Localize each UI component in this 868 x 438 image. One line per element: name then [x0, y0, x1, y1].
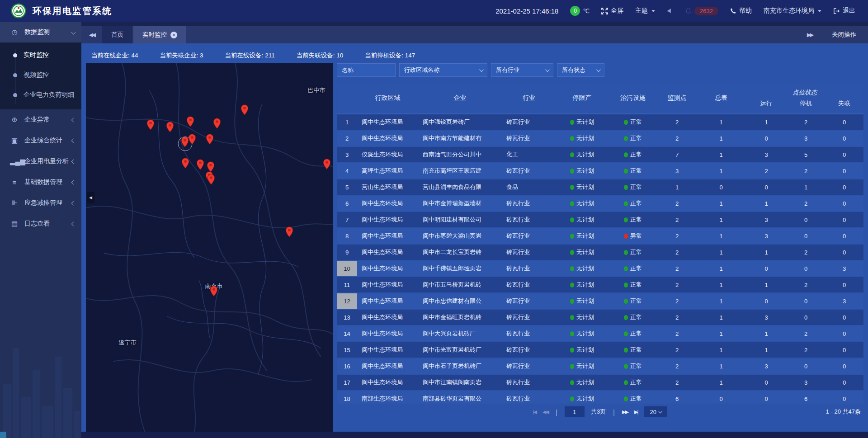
cell-facility: 正常 — [608, 375, 658, 390]
table-row[interactable]: 12 阆中生态环境局 阆中市忠信建材有限公 砖瓦行业 无计划 正常 2 1 0 … — [337, 293, 863, 309]
tab-home[interactable]: 首页 — [102, 26, 132, 43]
sidebar-item-enterprise-abnormal[interactable]: ⊕ 企业异常 — [0, 109, 81, 130]
chevron-left-icon — [71, 138, 76, 143]
cell-facility: 正常 — [608, 326, 658, 341]
fullscreen-button[interactable]: 全屏 — [601, 7, 623, 15]
table-row[interactable]: 8 阆中生态环境局 阆中市枣碧大梁山页岩 砖瓦行业 无计划 异常 2 1 3 0… — [337, 228, 863, 244]
last-page-button[interactable]: ▶| — [634, 409, 637, 415]
table-row[interactable]: 9 阆中生态环境局 阆中市二龙长宝页岩砖 砖瓦行业 无计划 正常 2 1 1 2… — [337, 245, 863, 260]
close-operations-button[interactable]: 关闭操作 — [832, 31, 856, 39]
table-row[interactable]: 3 仪陇生态环境局 西南油气田分公司川中 化工 无计划 正常 7 1 3 5 0 — [337, 147, 863, 162]
region-select[interactable]: 行政区域名称 — [399, 63, 487, 77]
cell-limit: 无计划 — [556, 391, 608, 404]
theme-dropdown[interactable]: 主题 — [635, 7, 655, 15]
facility-status-dot — [624, 234, 628, 239]
sidebar-item-emergency-reduction[interactable]: ⊪ 应急减排管理 — [0, 193, 81, 213]
row-index: 7 — [337, 212, 357, 227]
map-pin[interactable] — [147, 119, 155, 132]
tab-close-icon[interactable]: × — [170, 32, 177, 38]
panel-collapse-handle[interactable]: ◀ — [87, 192, 94, 203]
cell-company: 阆中市二龙长宝页岩砖 — [418, 245, 502, 260]
map-pin[interactable] — [166, 122, 174, 134]
table-row[interactable]: 18 南部生态环境局 南部县砖华页岩有限公 砖瓦行业 无计划 正常 6 0 0 … — [337, 391, 863, 404]
row-index: 5 — [337, 179, 357, 195]
table-row[interactable]: 16 阆中生态环境局 阆中市石子页岩机砖厂 砖瓦行业 无计划 正常 2 1 3 … — [337, 358, 863, 374]
table-row[interactable]: 17 阆中生态环境局 阆中市江南镇阆南页岩 砖瓦行业 无计划 正常 2 1 0 … — [337, 375, 863, 390]
facility-status-dot — [624, 136, 628, 141]
map-canvas[interactable]: 巴中市 南充市 遂宁市 ◀ — [86, 63, 333, 432]
cell-lost: 0 — [825, 212, 863, 227]
cell-meters: 1 — [696, 310, 746, 325]
map-pin[interactable] — [182, 158, 189, 170]
table-row[interactable]: 7 阆中生态环境局 阆中明阳建材有限公司 砖瓦行业 无计划 正常 2 1 3 0… — [337, 212, 863, 227]
map-pin[interactable] — [323, 159, 331, 171]
page-title: 环保用电监管系统 — [33, 5, 112, 17]
cell-meters: 1 — [696, 342, 746, 358]
next-page-button[interactable]: ▶▶ — [622, 409, 628, 415]
cell-limit: 无计划 — [556, 293, 608, 309]
table-row[interactable]: 6 阆中生态环境局 阆中市金博瑞新型墙材 砖瓦行业 无计划 正常 2 1 1 2… — [337, 196, 863, 211]
map-pin[interactable] — [210, 286, 218, 298]
sidebar-item-realtime-monitor[interactable]: 实时监控 — [0, 45, 81, 65]
sidebar-item-data-monitor[interactable]: ◷ 数据监测 — [0, 22, 81, 42]
map-pin[interactable] — [208, 174, 215, 187]
map-pin[interactable] — [197, 159, 204, 172]
tabs-scroll-left-button[interactable]: ◀◀ — [81, 26, 102, 43]
sidebar-item-log-view[interactable]: ▤ 日志查看 — [0, 213, 81, 234]
map-pin[interactable] — [181, 137, 189, 149]
cell-limit: 无计划 — [556, 114, 608, 130]
facility-status-dot — [624, 266, 628, 271]
map-pin[interactable] — [206, 134, 214, 146]
table-row[interactable]: 15 阆中生态环境局 阆中市光富页岩机砖厂 砖瓦行业 无计划 正常 2 1 1 … — [337, 342, 863, 358]
tab-realtime-monitor[interactable]: 实时监控 × — [133, 26, 186, 43]
status-select[interactable]: 所有状态 — [557, 63, 604, 77]
map-pin[interactable] — [189, 134, 196, 146]
cell-stop: 2 — [787, 114, 825, 130]
page-number-input[interactable]: 1 — [565, 406, 585, 417]
speaker-muted-icon[interactable] — [667, 8, 673, 14]
row-index: 3 — [337, 147, 357, 162]
exit-button[interactable]: 退出 — [833, 7, 855, 15]
cell-meters: 1 — [696, 114, 746, 130]
pagination-bar: |◀ ◀◀ | 1 共3页 | ▶▶ ▶| 20 1 - 20 共47条 — [337, 404, 863, 420]
table-row[interactable]: 5 营山生态环境局 营山县润丰肉食品有限 食品 无计划 正常 1 0 0 1 0 — [337, 179, 863, 195]
chevron-left-icon — [71, 180, 76, 184]
name-search-input[interactable] — [337, 63, 396, 77]
org-user-dropdown[interactable]: 南充市生态环境局 — [764, 7, 821, 15]
facility-status-dot — [624, 250, 628, 255]
map-pin[interactable] — [241, 104, 249, 117]
table-row[interactable]: 4 高坪生态环境局 南充市高坪区王家店建 砖瓦行业 无计划 正常 3 1 2 2… — [337, 163, 863, 179]
help-button[interactable]: 帮助 — [730, 7, 752, 15]
cell-company: 阆中市忠信建材有限公 — [418, 293, 502, 309]
notification-bell[interactable]: 2632 — [685, 7, 718, 15]
table-row[interactable]: 13 阆中生态环境局 阆中市金福旺页岩机砖 砖瓦行业 无计划 正常 2 1 3 … — [337, 310, 863, 325]
map-pin[interactable] — [187, 116, 194, 129]
sidebar-item-base-data-mgmt[interactable]: ≡ 基础数据管理 — [0, 172, 81, 193]
table-row[interactable]: 10 阆中生态环境局 阆中千佛镇五郎垭页岩 砖瓦行业 无计划 正常 2 1 0 … — [337, 261, 863, 276]
cell-lost: 3 — [825, 261, 863, 276]
tabs-scroll-right-button[interactable]: ▶▶ — [799, 32, 820, 38]
table-row[interactable]: 1 阆中生态环境局 阆中强锐页岩砖厂 砖瓦行业 无计划 正常 2 1 1 2 0 — [337, 114, 863, 130]
cell-industry: 砖瓦行业 — [502, 212, 556, 227]
filter-bar: 行政区域名称 所有行业 所有状态 — [337, 63, 863, 77]
industry-select[interactable]: 所有行业 — [491, 63, 553, 77]
cell-lost: 0 — [825, 342, 863, 358]
map-pin[interactable] — [213, 118, 221, 131]
cell-run: 3 — [746, 147, 787, 162]
cell-limit: 无计划 — [556, 326, 608, 341]
sidebar-item-enterprise-statistics[interactable]: ▣ 企业综合统计 — [0, 130, 81, 151]
table-row[interactable]: 14 阆中生态环境局 阆中大兴页岩机砖厂 砖瓦行业 无计划 正常 2 1 1 2… — [337, 326, 863, 341]
cell-meters: 1 — [696, 277, 746, 292]
sidebar-item-video-monitor[interactable]: 视频监控 — [0, 65, 81, 85]
table-row[interactable]: 2 阆中生态环境局 阆中市南方节能建材有 砖瓦行业 无计划 正常 2 1 0 3… — [337, 131, 863, 146]
map-pin[interactable] — [286, 226, 293, 239]
tab-bar: ◀◀ 首页 实时监控 × ▶▶ 关闭操作 — [81, 22, 868, 43]
page-size-select[interactable]: 20 — [644, 406, 667, 417]
prev-page-button[interactable]: ◀◀ — [542, 409, 548, 415]
cell-company: 阆中强锐页岩砖厂 — [418, 114, 502, 130]
chevron-down-icon — [479, 67, 484, 72]
table-row[interactable]: 11 阆中生态环境局 阆中市五马桥页岩机砖 砖瓦行业 无计划 正常 2 1 1 … — [337, 277, 863, 292]
sidebar-item-power-load-detail[interactable]: 企业电力负荷明细 — [0, 85, 81, 105]
first-page-button[interactable]: |◀ — [533, 409, 536, 415]
sidebar-item-power-usage-analysis[interactable]: ▂▄▆ 企业用电量分析 — [0, 151, 81, 172]
